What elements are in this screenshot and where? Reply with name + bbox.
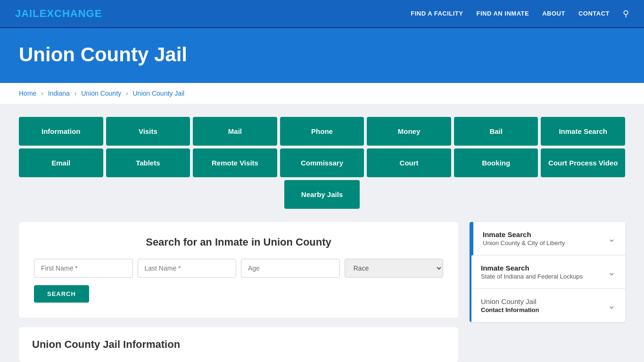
btn-tablets[interactable]: Tablets [106,148,190,177]
find-inmate-link[interactable]: FIND AN INMATE [476,10,529,17]
search-icon[interactable]: ⚲ [623,8,629,19]
chevron-down-icon-1: ⌄ [608,266,616,278]
about-link[interactable]: ABOUT [542,10,565,17]
hero-banner: Union County Jail [0,28,644,83]
sidebar-item-union-search[interactable]: Inmate Search Union County & City of Lib… [471,222,625,255]
nav-links: FIND A FACILITY FIND AN INMATE ABOUT CON… [411,8,629,19]
left-column: Search for an Inmate in Union County Rac… [19,222,458,362]
page-title: Union County Jail [19,43,625,66]
button-row-3: Nearby Jails [19,180,625,209]
sidebar: Inmate Search Union County & City of Lib… [470,222,625,322]
info-section: Union County Jail Information [19,327,458,362]
sidebar-item-subtitle-0: Union County & City of Liberty [483,239,565,247]
logo-text-jail: JAIL [15,8,40,19]
button-row-2: Email Tablets Remote Visits Commissary C… [19,148,625,177]
sidebar-item-subtitle-2: Contact Information [481,306,539,313]
find-facility-link[interactable]: FIND A FACILITY [411,10,463,17]
info-title: Union County Jail Information [32,338,445,351]
btn-email[interactable]: Email [19,148,103,177]
search-button[interactable]: SEARCH [34,285,89,303]
breadcrumb-sep-1: › [41,90,43,97]
navbar: JAILEXCHANGE FIND A FACILITY FIND AN INM… [0,0,644,28]
lower-section: Search for an Inmate in Union County Rac… [19,222,625,362]
sidebar-item-title-0: Inmate Search [483,230,565,239]
search-title: Search for an Inmate in Union County [34,236,443,248]
btn-phone[interactable]: Phone [280,117,364,146]
race-select[interactable]: Race White Black Hispanic Asian Other [345,259,444,278]
sidebar-item-text-2: Union County Jail Contact Information [481,297,539,313]
button-row-1: Information Visits Mail Phone Money Bail… [19,117,625,146]
breadcrumb-sep-2: › [74,90,77,97]
btn-nearby-jails[interactable]: Nearby Jails [284,180,360,209]
breadcrumb-home[interactable]: Home [19,90,36,97]
sidebar-item-contact[interactable]: Union County Jail Contact Information ⌄ [471,289,625,322]
logo-text-exchange: EXCHANGE [40,8,102,19]
search-card: Search for an Inmate in Union County Rac… [19,222,458,318]
chevron-down-icon-2: ⌄ [608,300,616,311]
btn-court[interactable]: Court [367,148,451,177]
btn-visits[interactable]: Visits [106,117,190,146]
breadcrumb: Home › Indiana › Union County › Union Co… [0,83,644,104]
sidebar-item-text-0: Inmate Search Union County & City of Lib… [483,230,565,247]
chevron-down-icon-0: ⌄ [608,233,616,244]
main-content: Information Visits Mail Phone Money Bail… [0,104,644,362]
btn-bail[interactable]: Bail [454,117,538,146]
contact-link[interactable]: CONTACT [578,10,610,17]
btn-commissary[interactable]: Commissary [280,148,364,177]
btn-court-process-video[interactable]: Court Process Video [541,148,625,177]
sidebar-item-text-1: Inmate Search State of Indiana and Feder… [481,264,583,280]
btn-inmate-search[interactable]: Inmate Search [541,117,625,146]
btn-money[interactable]: Money [367,117,451,146]
sidebar-item-title-1: Inmate Search [481,264,583,272]
breadcrumb-union-county[interactable]: Union County [81,90,121,97]
last-name-input[interactable] [138,259,237,278]
sidebar-item-state-search[interactable]: Inmate Search State of Indiana and Feder… [471,255,625,289]
search-fields: Race White Black Hispanic Asian Other [34,259,443,278]
breadcrumb-current[interactable]: Union County Jail [132,90,184,97]
breadcrumb-indiana[interactable]: Indiana [48,90,70,97]
site-logo[interactable]: JAILEXCHANGE [15,8,102,20]
btn-remote-visits[interactable]: Remote Visits [193,148,277,177]
sidebar-item-title-2: Union County Jail [481,297,539,305]
btn-booking[interactable]: Booking [454,148,538,177]
first-name-input[interactable] [34,259,133,278]
btn-information[interactable]: Information [19,117,103,146]
btn-mail[interactable]: Mail [193,117,277,146]
age-input[interactable] [241,259,340,278]
breadcrumb-sep-3: › [126,90,128,97]
sidebar-item-subtitle-1: State of Indiana and Federal Lockups [481,273,583,280]
